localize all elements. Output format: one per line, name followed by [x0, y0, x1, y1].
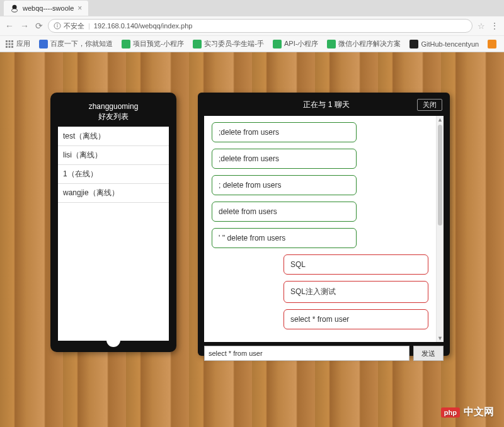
- bookmark-favicon-icon: [488, 40, 496, 48]
- tab-bar: webqq----swoole ×: [0, 0, 504, 16]
- message-received: ' '' delete from users: [212, 228, 357, 248]
- bookmark-favicon-icon: [273, 40, 282, 48]
- message-row: SQL: [212, 254, 428, 281]
- chat-window: 正在与 1 聊天 关闭 ;delete from users;delete fr…: [198, 93, 450, 356]
- scroll-up-icon[interactable]: ▲: [437, 116, 444, 123]
- browser-tab[interactable]: webqq----swoole ×: [4, 1, 88, 16]
- browser-toolbar: ← → ⟳ 不安全 | 192.168.0.140/webqq/index.ph…: [0, 16, 504, 35]
- chat-input-row: 发送: [204, 346, 444, 361]
- message-row: ; delete from users: [212, 175, 428, 202]
- chat-input[interactable]: [204, 346, 410, 361]
- back-icon[interactable]: ←: [5, 21, 14, 31]
- home-button[interactable]: [106, 333, 120, 347]
- bookmark-label: 项目预览-小程序: [133, 39, 184, 48]
- friend-item[interactable]: wangjie（离线）: [58, 184, 169, 203]
- watermark-text: 中文网: [464, 406, 494, 419]
- scroll-down-icon[interactable]: ▼: [437, 334, 444, 342]
- bookmark-item[interactable]: 百度一下，你就知道: [39, 39, 113, 48]
- message-row: delete from users: [212, 202, 428, 228]
- tab-close-icon[interactable]: ×: [77, 4, 82, 13]
- friend-item[interactable]: lisi（离线）: [58, 146, 169, 165]
- info-icon: [54, 22, 61, 30]
- bookmark-item[interactable]: 微信小程序解决方案: [327, 39, 401, 48]
- svg-rect-9: [9, 43, 11, 45]
- svg-rect-10: [11, 43, 13, 45]
- apps-grid-icon: [5, 40, 14, 48]
- bookmark-favicon-icon: [193, 40, 202, 48]
- friends-subtitle: 好友列表: [58, 111, 169, 122]
- svg-rect-7: [11, 40, 13, 42]
- insecure-badge: 不安全: [54, 21, 84, 31]
- bookmark-favicon-icon: [410, 40, 418, 48]
- message-received: ;delete from users: [212, 122, 357, 142]
- bookmarks-bar: 应用 百度一下，你就知道项目预览-小程序实习委员-学生端-手API-小程序微信小…: [0, 35, 504, 52]
- svg-rect-6: [9, 40, 11, 42]
- bookmark-favicon-icon: [327, 40, 336, 48]
- svg-rect-8: [6, 43, 8, 45]
- scroll-thumb[interactable]: [438, 125, 442, 225]
- bookmark-item[interactable]: 实习僧-实习生-最数: [488, 39, 499, 48]
- watermark: php 中文网: [441, 406, 494, 419]
- svg-rect-11: [6, 46, 8, 48]
- message-received: delete from users: [212, 202, 357, 222]
- message-row: ;delete from users: [212, 149, 428, 175]
- page-viewport: zhangguoming 好友列表 test（离线）lisi（离线）1（在线）w…: [0, 52, 504, 427]
- chat-header: 正在与 1 聊天 关闭: [204, 99, 444, 116]
- bookmark-favicon-icon: [122, 40, 130, 48]
- browser-chrome: webqq----swoole × ← → ⟳ 不安全 | 192.168.0.…: [0, 0, 504, 52]
- forward-icon[interactable]: →: [20, 21, 29, 31]
- chat-title: 正在与 1 聊天: [236, 100, 417, 110]
- bookmark-label: API-小程序: [284, 39, 318, 48]
- message-row: SQL注入测试: [212, 281, 428, 309]
- reload-icon[interactable]: ⟳: [35, 21, 43, 31]
- messages-list[interactable]: ;delete from users;delete from users; de…: [204, 116, 436, 342]
- friends-panel: zhangguoming 好友列表 test（离线）lisi（离线）1（在线）w…: [50, 93, 176, 352]
- svg-rect-4: [57, 25, 58, 28]
- address-bar[interactable]: 不安全 | 192.168.0.140/webqq/index.php: [48, 19, 472, 33]
- send-button[interactable]: 发送: [413, 346, 444, 361]
- bookmark-label: 百度一下，你就知道: [50, 39, 113, 48]
- bookmark-star-icon[interactable]: ☆: [478, 21, 485, 31]
- chat-close-button[interactable]: 关闭: [417, 99, 442, 111]
- message-row: ;delete from users: [212, 122, 428, 149]
- message-sent: SQL注入测试: [284, 281, 428, 303]
- apps-shortcut[interactable]: 应用: [5, 39, 30, 48]
- tab-title: webqq----swoole: [23, 4, 74, 12]
- bookmark-item[interactable]: API-小程序: [273, 39, 318, 48]
- address-url: 192.168.0.140/webqq/index.php: [94, 22, 193, 30]
- svg-rect-13: [11, 46, 13, 48]
- friends-username: zhangguoming: [58, 101, 169, 111]
- message-received: ;delete from users: [212, 149, 357, 169]
- bookmark-item[interactable]: GitHub-tencentyun: [410, 39, 479, 48]
- message-row: ' '' delete from users: [212, 228, 428, 254]
- friends-list: test（离线）lisi（离线）1（在线）wangjie（离线）: [58, 127, 169, 341]
- friend-item[interactable]: test（离线）: [58, 127, 169, 146]
- bookmark-favicon-icon: [39, 40, 48, 48]
- bookmark-label: 微信小程序解决方案: [338, 39, 401, 48]
- message-received: ; delete from users: [212, 175, 357, 195]
- svg-rect-5: [6, 40, 8, 42]
- friends-panel-header: zhangguoming 好友列表: [58, 100, 169, 127]
- menu-icon[interactable]: ⋮: [490, 21, 499, 31]
- message-sent: SQL: [284, 254, 428, 275]
- svg-rect-12: [9, 46, 11, 48]
- linux-favicon-icon: [10, 4, 19, 13]
- bookmark-label: 实习委员-学生端-手: [204, 39, 264, 48]
- watermark-badge: php: [441, 407, 460, 418]
- message-sent: select * from user: [284, 309, 428, 329]
- message-row: select * from user: [212, 309, 428, 336]
- bookmark-label: GitHub-tencentyun: [421, 40, 479, 48]
- bookmark-item[interactable]: 实习委员-学生端-手: [193, 39, 264, 48]
- chat-body: ;delete from users;delete from users; de…: [204, 116, 444, 342]
- messages-scrollbar[interactable]: ▲ ▼: [436, 116, 444, 342]
- bookmark-item[interactable]: 项目预览-小程序: [122, 39, 184, 48]
- svg-point-1: [12, 9, 18, 12]
- svg-point-3: [57, 24, 58, 25]
- friend-item[interactable]: 1（在线）: [58, 165, 169, 184]
